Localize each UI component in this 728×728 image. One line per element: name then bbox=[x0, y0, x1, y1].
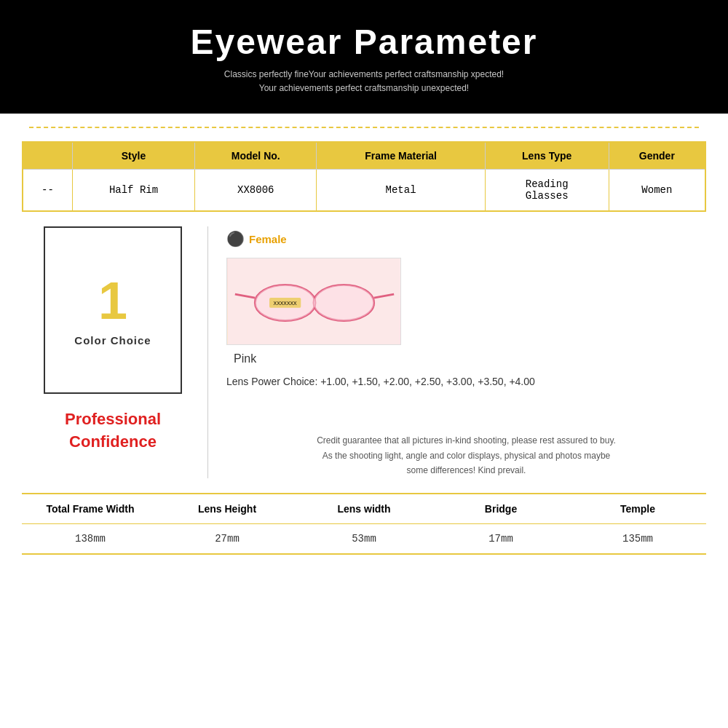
dashed-divider bbox=[29, 127, 699, 128]
col-header-style: Style bbox=[72, 142, 194, 170]
color-choice-box: 1 Color Choice bbox=[44, 226, 182, 394]
row-model: XX8006 bbox=[195, 170, 317, 212]
col-header-frame: Frame Material bbox=[317, 142, 485, 170]
page-title: Eyewear Parameter bbox=[15, 22, 713, 62]
color-number: 1 bbox=[98, 274, 127, 327]
color-label: Color Choice bbox=[74, 334, 151, 347]
meas-val-temple: 135mm bbox=[569, 524, 706, 553]
row-frame: Metal bbox=[317, 170, 485, 212]
col-header-lens: Lens Type bbox=[485, 142, 609, 170]
page-header: Eyewear Parameter Classics perfectly fin… bbox=[0, 0, 728, 114]
left-panel: 1 Color Choice Professional Confidence bbox=[22, 226, 204, 478]
measurements-values: 138mm 27mm 53mm 17mm 135mm bbox=[22, 524, 706, 553]
lens-power: Lens Power Choice: +1.00, +1.50, +2.00, … bbox=[226, 374, 706, 389]
meas-header-total-frame: Total Frame Width bbox=[22, 494, 159, 523]
gender-label: Female bbox=[249, 233, 287, 245]
svg-text:XXXXXXX: XXXXXXX bbox=[274, 301, 298, 306]
meas-val-lens-width: 53mm bbox=[296, 524, 432, 553]
meas-val-lens-height: 27mm bbox=[159, 524, 296, 553]
meas-header-lens-height: Lens Height bbox=[159, 494, 296, 523]
row-style: Half Rim bbox=[72, 170, 194, 212]
vertical-divider bbox=[207, 226, 208, 478]
meas-header-lens-width: Lens width bbox=[296, 494, 432, 523]
col-header-gender: Gender bbox=[609, 142, 705, 170]
measurements-header: Total Frame Width Lens Height Lens width… bbox=[22, 494, 706, 524]
row-lens: ReadingGlasses bbox=[485, 170, 609, 212]
meas-header-bridge: Bridge bbox=[432, 494, 569, 523]
svg-point-7 bbox=[314, 285, 374, 321]
col-header-model: Model No. bbox=[195, 142, 317, 170]
header-subtitle: Classics perfectly fineYour achievements… bbox=[15, 68, 713, 95]
color-name: Pink bbox=[234, 352, 706, 365]
disclaimer: Credit guarantee that all pictures in-ki… bbox=[226, 433, 706, 478]
param-table: Style Model No. Frame Material Lens Type… bbox=[22, 141, 706, 212]
row-blank: -- bbox=[23, 170, 72, 212]
measurements-section: Total Frame Width Lens Height Lens width… bbox=[22, 493, 706, 555]
meas-header-temple: Temple bbox=[569, 494, 706, 523]
gender-icon: ⚫ bbox=[226, 230, 245, 248]
meas-val-bridge: 17mm bbox=[432, 524, 569, 553]
row-gender: Women bbox=[609, 170, 705, 212]
content-section: 1 Color Choice Professional Confidence ⚫… bbox=[22, 226, 706, 478]
meas-val-total-frame: 138mm bbox=[22, 524, 159, 553]
right-panel: ⚫ Female bbox=[212, 226, 706, 478]
professional-text: Professional Confidence bbox=[65, 408, 161, 454]
gender-row: ⚫ Female bbox=[226, 230, 706, 248]
col-header-blank bbox=[23, 142, 72, 170]
glasses-image: XXXXXXX bbox=[226, 258, 401, 345]
